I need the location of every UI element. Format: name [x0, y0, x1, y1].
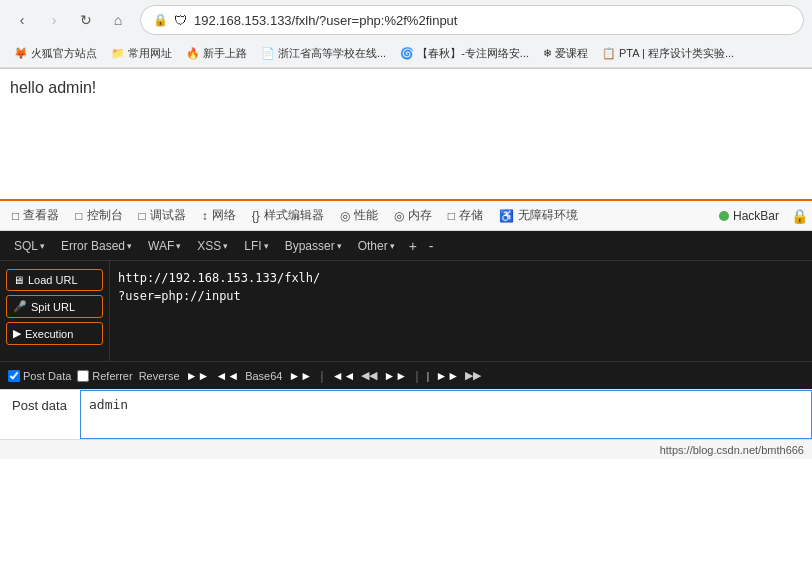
base64-decode-btn[interactable]: ◄◄	[332, 369, 356, 383]
menu-sql[interactable]: SQL▾	[8, 236, 51, 256]
page-hello-text: hello admin!	[10, 79, 96, 96]
forward-button[interactable]: ›	[40, 6, 68, 34]
tab-style-editor[interactable]: {}样式编辑器	[244, 203, 332, 228]
menu-other[interactable]: Other▾	[352, 236, 401, 256]
postdata-label: Post data	[0, 390, 80, 439]
site-favicon: 🛡	[174, 13, 188, 27]
hackbar: SQL▾ Error Based▾ WAF▾ XSS▾ LFI▾ Bypasse…	[0, 231, 812, 389]
load-url-button[interactable]: 🖥 Load URL	[6, 269, 103, 291]
bookmark-newbie[interactable]: 🔥新手上路	[180, 44, 253, 63]
hackbar-url-text: http://192.168.153.133/fxlh/ ?user=php:/…	[118, 269, 804, 305]
md5-btn[interactable]: ►►	[435, 369, 459, 383]
tab-console[interactable]: □控制台	[67, 203, 130, 228]
hackbar-menu: SQL▾ Error Based▾ WAF▾ XSS▾ LFI▾ Bypasse…	[0, 231, 812, 261]
md5-label: |	[427, 370, 430, 382]
url-label: ◀◀	[361, 369, 377, 382]
tab-storage[interactable]: □存储	[440, 203, 491, 228]
load-url-icon: 🖥	[13, 274, 24, 286]
page-content: hello admin!	[0, 69, 812, 199]
hackbar-sidebar: 🖥 Load URL 🎤 Spit URL ▶ Execution	[0, 261, 110, 361]
devtools-tabs: □查看器 □控制台 □调试器 ↕网络 {}样式编辑器 ◎性能 ◎内存 □存储 ♿…	[0, 199, 812, 231]
postdata-section: Post data	[0, 389, 812, 439]
tab-accessibility[interactable]: ♿无障碍环境	[491, 203, 586, 228]
sha1-label: ▶▶	[465, 369, 481, 382]
reload-button[interactable]: ↻	[72, 6, 100, 34]
hackbar-body: 🖥 Load URL 🎤 Spit URL ▶ Execution http:/…	[0, 261, 812, 361]
hackbar-green-dot	[719, 211, 729, 221]
reverse-label: Reverse	[139, 370, 180, 382]
bookmark-zj[interactable]: 📄浙江省高等学校在线...	[255, 44, 392, 63]
devtools-lock-icon[interactable]: 🔒	[791, 208, 808, 224]
lock-icon: 🔒	[153, 13, 168, 27]
bookmark-pta[interactable]: 📋PTA | 程序设计类实验...	[596, 44, 740, 63]
hackbar-minus-button[interactable]: -	[425, 238, 438, 254]
separator-1: |	[320, 368, 323, 383]
postdata-input[interactable]	[80, 390, 812, 439]
spit-url-icon: 🎤	[13, 300, 27, 313]
nav-buttons: ‹ › ↻ ⌂	[8, 6, 132, 34]
tab-hackbar[interactable]: HackBar	[711, 206, 787, 226]
post-data-checkbox[interactable]	[8, 370, 20, 382]
menu-error-based[interactable]: Error Based▾	[55, 236, 138, 256]
bookmark-aikecheng[interactable]: ❄爱课程	[537, 44, 594, 63]
spit-url-button[interactable]: 🎤 Spit URL	[6, 295, 103, 318]
tab-memory[interactable]: ◎内存	[386, 203, 440, 228]
base64-label: Base64	[245, 370, 282, 382]
tab-debugger[interactable]: □调试器	[131, 203, 194, 228]
tab-viewer[interactable]: □查看器	[4, 203, 67, 228]
reverse-decode-btn[interactable]: ◄◄	[215, 369, 239, 383]
home-button[interactable]: ⌂	[104, 6, 132, 34]
referrer-checkbox[interactable]	[77, 370, 89, 382]
address-bar[interactable]: 🔒 🛡 192.168.153.133/fxlh/?user=php:%2f%2…	[140, 5, 804, 35]
url-display: 192.168.153.133/fxlh/?user=php:%2f%2finp…	[194, 13, 791, 28]
bookmark-chunqiu[interactable]: 🌀【春秋】-专注网络安...	[394, 44, 535, 63]
hackbar-url-area: http://192.168.153.133/fxlh/ ?user=php:/…	[110, 261, 812, 361]
status-text: https://blog.csdn.net/bmth666	[660, 444, 804, 456]
post-data-checkbox-label[interactable]: Post Data	[8, 370, 71, 382]
menu-lfi[interactable]: LFI▾	[238, 236, 274, 256]
back-button[interactable]: ‹	[8, 6, 36, 34]
url-encode-btn[interactable]: ►►	[383, 369, 407, 383]
menu-waf[interactable]: WAF▾	[142, 236, 187, 256]
status-bar: https://blog.csdn.net/bmth666	[0, 439, 812, 459]
execution-icon: ▶	[13, 327, 21, 340]
bookmark-common[interactable]: 📁常用网址	[105, 44, 178, 63]
referrer-checkbox-label[interactable]: Referrer	[77, 370, 132, 382]
hackbar-plus-button[interactable]: +	[405, 238, 421, 254]
browser-chrome: ‹ › ↻ ⌂ 🔒 🛡 192.168.153.133/fxlh/?user=p…	[0, 0, 812, 69]
separator-2: |	[415, 368, 418, 383]
menu-xss[interactable]: XSS▾	[191, 236, 234, 256]
tab-performance[interactable]: ◎性能	[332, 203, 386, 228]
browser-titlebar: ‹ › ↻ ⌂ 🔒 🛡 192.168.153.133/fxlh/?user=p…	[0, 0, 812, 40]
bookmarks-bar: 🦊火狐官方站点 📁常用网址 🔥新手上路 📄浙江省高等学校在线... 🌀【春秋】-…	[0, 40, 812, 68]
reverse-encode-btn[interactable]: ►►	[186, 369, 210, 383]
execution-button[interactable]: ▶ Execution	[6, 322, 103, 345]
menu-bypasser[interactable]: Bypasser▾	[279, 236, 348, 256]
base64-encode-btn[interactable]: ►►	[288, 369, 312, 383]
hackbar-tools: Post Data Referrer Reverse ►► ◄◄ Base64 …	[0, 361, 812, 389]
bookmark-huhu[interactable]: 🦊火狐官方站点	[8, 44, 103, 63]
tab-network[interactable]: ↕网络	[194, 203, 244, 228]
